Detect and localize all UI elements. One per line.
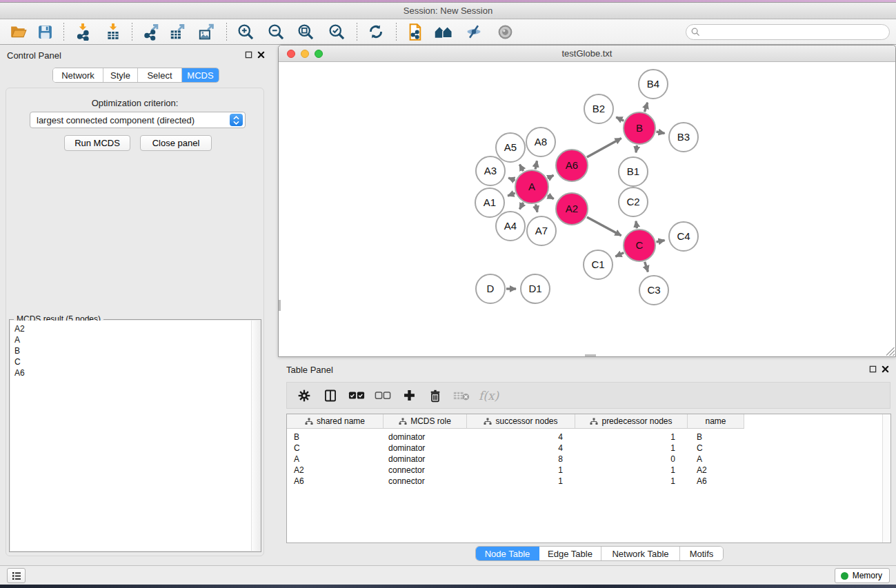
tab-motifs[interactable]: Motifs: [680, 547, 723, 560]
graph-edge-C-C1[interactable]: [615, 253, 624, 257]
select-all-columns-button[interactable]: [348, 386, 366, 405]
graph-edge-A-A2[interactable]: [548, 196, 554, 199]
table-settings-button[interactable]: [295, 386, 313, 405]
float-panel-icon[interactable]: [869, 365, 877, 373]
zoom-in-button[interactable]: [232, 21, 259, 42]
graph-node-label-B4: B4: [647, 78, 659, 90]
network-canvas[interactable]: B4B2BB3A8A5A6A3B1AA1C2A2A4A7C4CC1DD1C3: [279, 62, 895, 356]
main-toolbar: [0, 19, 896, 45]
graph-edge-A-A6[interactable]: [548, 175, 554, 179]
resize-grip[interactable]: [886, 347, 895, 356]
column-header-name[interactable]: name: [688, 414, 744, 428]
network-window-titlebar[interactable]: testGlobe.txt: [279, 45, 895, 62]
graph-edge-A-A5[interactable]: [519, 165, 523, 172]
close-panel-icon[interactable]: [882, 365, 889, 373]
graph-edge-C-C2[interactable]: [636, 221, 637, 229]
graph-edge-B-B2[interactable]: [616, 117, 624, 121]
mcds-result-item[interactable]: C: [10, 356, 260, 367]
mcds-result-item[interactable]: A6: [10, 367, 260, 378]
zoom-out-button[interactable]: [263, 21, 289, 42]
toolbar-separator: [63, 23, 64, 41]
tab-mcds[interactable]: MCDS: [182, 68, 219, 82]
float-panel-icon[interactable]: [245, 51, 252, 59]
criterion-select[interactable]: largest connected component (directed): [30, 112, 246, 128]
run-mcds-button[interactable]: Run MCDS: [64, 135, 130, 151]
clone-network-button[interactable]: [402, 21, 428, 42]
column-header-predecessor-nodes[interactable]: predecessor nodes: [575, 414, 688, 428]
zoom-selected-button[interactable]: [323, 21, 350, 42]
graph-edge-B-B3[interactable]: [656, 132, 664, 133]
close-panel-icon[interactable]: [257, 51, 265, 59]
graph-edge-B-B4[interactable]: [644, 103, 647, 112]
export-image-button[interactable]: [193, 21, 219, 42]
task-history-button[interactable]: [7, 568, 26, 583]
graph-edge-A-A7[interactable]: [536, 204, 537, 212]
graph-edge-A2-C[interactable]: [587, 217, 621, 236]
plus-icon: [402, 388, 417, 403]
tab-select[interactable]: Select: [138, 68, 182, 82]
app-titlebar[interactable]: Session: New Session: [0, 3, 896, 19]
column-header-mcds-role[interactable]: MCDS role: [384, 414, 467, 428]
tab-network-table[interactable]: Network Table: [601, 547, 680, 560]
home-button[interactable]: [430, 21, 457, 42]
attribute-icon: [590, 418, 598, 425]
open-session-button[interactable]: [6, 21, 32, 42]
function-builder-button[interactable]: f(x): [479, 389, 499, 403]
table-row[interactable]: Cdominator41C: [287, 443, 890, 454]
mcds-result-item[interactable]: A: [10, 334, 260, 345]
export-network-icon: [142, 23, 160, 41]
save-session-button[interactable]: [32, 21, 58, 42]
graph-edge-C-C3[interactable]: [645, 262, 648, 272]
zoom-fit-button[interactable]: [292, 21, 319, 42]
attribute-icon: [484, 418, 492, 425]
hide-graphics-details-button[interactable]: [461, 21, 487, 42]
mcds-result-scrollbar[interactable]: [251, 321, 260, 551]
unchecked-boxes-icon: [375, 391, 391, 401]
table-cell: 1: [575, 465, 688, 475]
show-column-panel-button[interactable]: [321, 386, 339, 405]
graph-edge-A-A3[interactable]: [508, 178, 515, 181]
search-field-wrap: [686, 24, 890, 40]
table-row[interactable]: A2connector11A2: [287, 465, 890, 476]
horizontal-scroll-indicator[interactable]: [585, 354, 596, 356]
column-header-successor-nodes[interactable]: successor nodes: [467, 414, 575, 428]
search-input[interactable]: [686, 24, 890, 40]
import-table-button[interactable]: [100, 21, 126, 42]
show-graphics-details-button[interactable]: [492, 21, 518, 42]
export-network-button[interactable]: [138, 21, 164, 42]
delete-table-button[interactable]: [452, 386, 470, 405]
import-network-button[interactable]: [70, 21, 96, 42]
tab-network[interactable]: Network: [53, 68, 103, 82]
graph-node-label-B2: B2: [593, 103, 605, 114]
zoom-out-icon: [267, 23, 286, 41]
graph-edge-A6-B[interactable]: [587, 138, 621, 156]
delete-columns-button[interactable]: [426, 386, 444, 405]
tab-edge-table[interactable]: Edge Table: [539, 547, 601, 560]
table-row[interactable]: Bdominator41B: [287, 432, 890, 443]
column-header-shared-name[interactable]: shared name: [287, 414, 384, 428]
table-header-row: shared name MCDS role: [287, 414, 744, 429]
tab-node-table[interactable]: Node Table: [476, 547, 539, 560]
graph-edge-A-A1[interactable]: [508, 193, 515, 196]
table-scrollbar[interactable]: [882, 414, 890, 543]
mcds-result-item[interactable]: A2: [10, 323, 260, 334]
graph-edge-C-C4[interactable]: [656, 241, 664, 242]
close-panel-button[interactable]: Close panel: [140, 135, 212, 151]
create-column-button[interactable]: [400, 386, 418, 405]
table-panel-title: Table Panel: [286, 365, 333, 375]
vertical-scroll-indicator[interactable]: [279, 300, 281, 311]
table-cell: 1: [575, 476, 688, 486]
graph-edge-A-A4[interactable]: [519, 203, 523, 210]
mcds-result-list[interactable]: A2ABCA6: [10, 321, 260, 551]
refresh-view-button[interactable]: [363, 21, 389, 42]
table-row[interactable]: Adominator80A: [287, 454, 890, 465]
graph-node-label-A7: A7: [535, 225, 548, 236]
export-table-button[interactable]: [164, 21, 190, 42]
graph-edge-B-B1[interactable]: [636, 145, 637, 153]
mcds-result-item[interactable]: B: [10, 345, 260, 356]
memory-button[interactable]: Memory: [835, 568, 890, 583]
tab-style[interactable]: Style: [103, 68, 138, 82]
graph-edge-A-A8[interactable]: [535, 161, 537, 169]
unselect-all-columns-button[interactable]: [374, 386, 392, 405]
table-row[interactable]: A6connector11A6: [287, 476, 890, 487]
